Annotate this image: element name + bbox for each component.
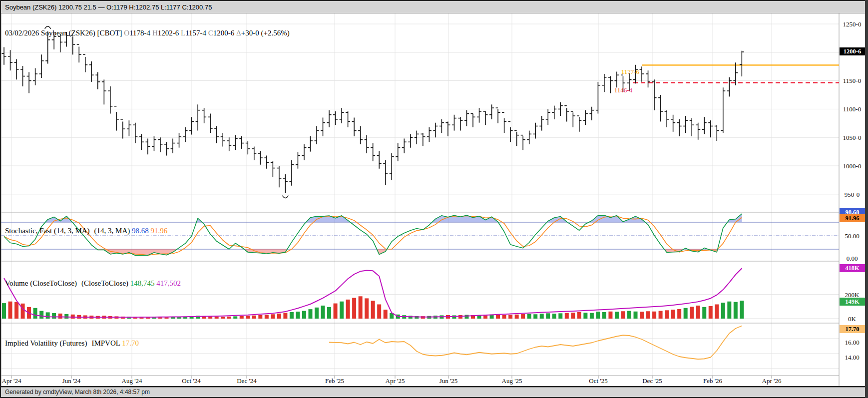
- volume-axis-label: 0K: [840, 315, 864, 323]
- stochastic-d-badge: 91.96: [840, 214, 865, 222]
- stochastic-k-value: 98.68: [132, 227, 149, 235]
- volume-panel-header: Volume (CloseToClose)(CloseToClose) 148,…: [5, 279, 181, 288]
- low-value: 1157-4: [185, 29, 206, 37]
- stochastic-axis-label: 0.00: [840, 255, 864, 263]
- window-title: Soybean (ZSK26) 1200.75 21.5 — O:1179 H:…: [5, 3, 212, 11]
- high-label: H: [152, 29, 158, 37]
- header-date: 03/02/2026: [5, 29, 39, 37]
- volume-line-value: 417,502: [156, 279, 181, 287]
- low-label: L: [181, 29, 185, 37]
- x-axis-label: Aug '25: [502, 377, 522, 385]
- x-axis-label: Feb '25: [325, 377, 344, 385]
- price-axis-label: 1250-0: [840, 20, 864, 28]
- stochastic-d-value: 91.96: [151, 227, 168, 235]
- volume-name: Volume (CloseToClose): [5, 279, 77, 287]
- stochastic-panel-header: Stochastic, Fast (14, 3, MA)(14, 3, MA) …: [5, 227, 167, 235]
- main-panel-header: 03/02/2026 Soybean (ZSK26) [CBOT] O1178-…: [5, 29, 290, 37]
- delta-value: +30-0 (+2.56%): [241, 29, 290, 37]
- x-axis-label: Dec '25: [642, 377, 662, 385]
- close-label: C: [208, 29, 213, 37]
- price-axis-label: 1150-0: [840, 77, 864, 85]
- volume-params: (CloseToClose): [81, 279, 128, 287]
- volume-line-badge: 418K: [840, 264, 865, 272]
- iv-panel-header: Implied Volatility (Futures)IMPVOL 17.70: [5, 339, 139, 348]
- x-axis-label: Jun '25: [439, 377, 458, 385]
- x-axis-label: Apr '26: [762, 377, 782, 385]
- iv-params: IMPVOL: [91, 339, 120, 347]
- iv-name: Implied Volatility (Futures): [5, 339, 87, 347]
- delta-label: Δ: [236, 29, 241, 37]
- stochastic-name: Stochastic, Fast (14, 3, MA): [5, 227, 90, 235]
- x-axis-label: Dec '24: [237, 377, 257, 385]
- stochastic-axis-label: 50.00: [840, 232, 864, 240]
- price-axis-label: 1000-0: [840, 162, 864, 170]
- window-title-bar: Soybean (ZSK26) 1200.75 21.5 — O:1179 H:…: [1, 1, 865, 13]
- header-symbol: Soybean (ZSK26) [CBOT]: [41, 29, 122, 37]
- price-axis-label: 950-0: [840, 191, 864, 199]
- price-axis-label: 1050-0: [840, 134, 864, 142]
- resistance-line-label[interactable]: 1177-6: [604, 68, 639, 76]
- price-axis-label: 1100-0: [840, 105, 864, 113]
- chart-area[interactable]: 03/02/2026 Soybean (ZSK26) [CBOT] O1178-…: [1, 13, 865, 386]
- x-axis-label: Apr '25: [386, 377, 405, 385]
- window-scrollbar[interactable]: [865, 0, 868, 398]
- iv-axis-label: 14.00: [840, 354, 864, 362]
- x-axis-label: Oct '24: [182, 377, 200, 385]
- chart-canvas[interactable]: [1, 13, 865, 386]
- support-line-label[interactable]: 1146-4: [597, 86, 632, 94]
- open-value: 1178-4: [129, 29, 150, 37]
- x-axis-label: Aug '24: [122, 377, 142, 385]
- x-axis-label: Feb '26: [703, 377, 722, 385]
- volume-bar-value: 148,745: [130, 279, 155, 287]
- last-price-badge: 1200-6: [840, 47, 865, 55]
- iv-axis-label: 16.00: [840, 339, 864, 347]
- x-axis-label: Jun '24: [62, 377, 81, 385]
- status-bar: Generated by cmdtyView, March 8th 2026, …: [1, 387, 865, 397]
- open-label: O: [124, 29, 129, 37]
- iv-badge: 17.70: [840, 325, 865, 333]
- iv-value: 17.70: [122, 339, 139, 347]
- x-axis-label: Apr '24: [2, 377, 21, 385]
- volume-bar-badge: 149K: [840, 298, 865, 306]
- stochastic-params: (14, 3, MA): [94, 227, 130, 235]
- close-value: 1200-6: [213, 29, 235, 37]
- x-axis-label: Oct '25: [589, 377, 607, 385]
- status-text: Generated by cmdtyView, March 8th 2026, …: [5, 389, 150, 396]
- chart-window: Soybean (ZSK26) 1200.75 21.5 — O:1179 H:…: [0, 0, 868, 398]
- high-value: 1202-6: [158, 29, 179, 37]
